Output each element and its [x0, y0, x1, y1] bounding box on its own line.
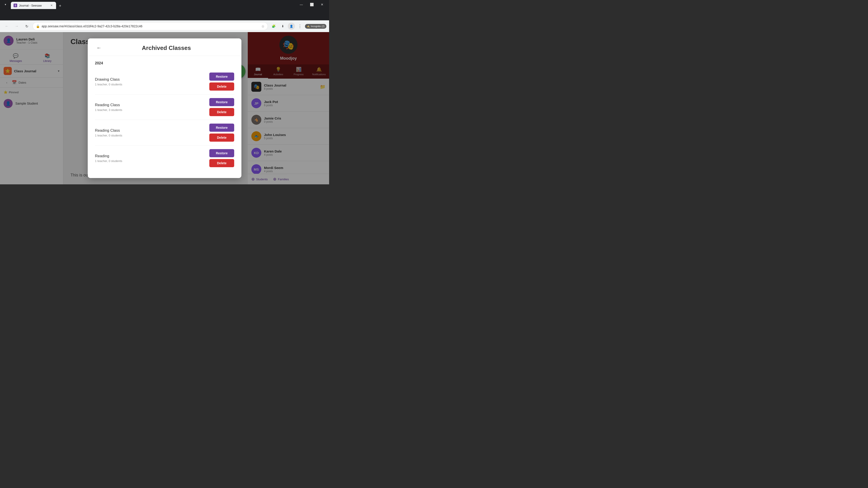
reading-class-1-delete-button[interactable]: Delete	[209, 108, 234, 116]
reading-info: Reading 1 teacher, 0 students	[95, 154, 209, 163]
page-content: 👤 Lauren Deli Teacher - 1 Class 💬 Messag…	[0, 32, 329, 184]
browser-chrome: ▾ S Journal - Seesaw ✕ + — ⬜ ✕	[0, 0, 329, 20]
reading-restore-button[interactable]: Restore	[209, 149, 234, 157]
close-button[interactable]: ✕	[317, 1, 327, 8]
address-bar[interactable]: 🔒 app.seesaw.me/#/class/class.e01bf4c2-9…	[33, 22, 268, 30]
list-item: Drawing Class 1 teacher, 0 students Rest…	[95, 69, 234, 94]
drawing-class-info: Drawing Class 1 teacher, 0 students	[95, 77, 209, 86]
profile-button[interactable]: 👤	[288, 23, 295, 30]
modal-overlay[interactable]: ← Archived Classes 2024 Drawing Class 1 …	[0, 32, 329, 184]
incognito-icon: 🕵	[307, 25, 310, 28]
download-button[interactable]: ⬇	[279, 22, 287, 30]
incognito-badge: 🕵 Incognito (2)	[305, 24, 327, 29]
archived-classes-modal: ← Archived Classes 2024 Drawing Class 1 …	[88, 38, 241, 178]
modal-title: Archived Classes	[107, 44, 234, 52]
maximize-button[interactable]: ⬜	[307, 1, 317, 8]
reading-details: 1 teacher, 0 students	[95, 159, 209, 163]
minimize-button[interactable]: —	[296, 1, 307, 8]
star-icon[interactable]: ☆	[261, 24, 265, 29]
nav-bar: ← → ↻ 🔒 app.seesaw.me/#/class/class.e01b…	[0, 20, 329, 32]
modal-body: 2024 Drawing Class 1 teacher, 0 students…	[88, 56, 241, 178]
back-button[interactable]: ←	[3, 22, 11, 30]
tab-bar: S Journal - Seesaw ✕ +	[11, 0, 294, 9]
reading-class-1-info: Reading Class 1 teacher, 3 students	[95, 103, 209, 111]
browser-titlebar: ▾ S Journal - Seesaw ✕ + — ⬜ ✕	[0, 0, 329, 9]
drawing-class-delete-button[interactable]: Delete	[209, 83, 234, 91]
refresh-button[interactable]: ↻	[23, 22, 31, 30]
reading-class-2-details: 1 teacher, 0 students	[95, 134, 209, 137]
extensions-button[interactable]: 🧩	[270, 22, 278, 30]
list-item: Reading 1 teacher, 0 students Restore De…	[95, 145, 234, 171]
reading-class-1-restore-button[interactable]: Restore	[209, 98, 234, 106]
reading-class-2-restore-button[interactable]: Restore	[209, 124, 234, 132]
url-text: app.seesaw.me/#/class/class.e01bf4c2-9a2…	[41, 24, 259, 28]
tab-expand-btn[interactable]: ▾	[2, 1, 9, 8]
tab-close-icon[interactable]: ✕	[50, 4, 53, 7]
list-item: Reading Class 1 teacher, 3 students Rest…	[95, 94, 234, 120]
active-tab[interactable]: S Journal - Seesaw ✕	[11, 2, 56, 9]
forward-button[interactable]: →	[13, 22, 21, 30]
modal-back-button[interactable]: ←	[95, 44, 103, 52]
drawing-class-restore-button[interactable]: Restore	[209, 72, 234, 80]
modal-header: ← Archived Classes	[88, 38, 241, 56]
reading-actions: Restore Delete	[209, 149, 234, 167]
lock-icon: 🔒	[36, 24, 40, 28]
new-tab-button[interactable]: +	[57, 3, 63, 9]
window-controls: — ⬜ ✕	[296, 1, 327, 8]
reading-class-2-actions: Restore Delete	[209, 124, 234, 142]
drawing-class-name: Drawing Class	[95, 77, 209, 82]
reading-class-1-actions: Restore Delete	[209, 98, 234, 116]
reading-name: Reading	[95, 154, 209, 158]
reading-class-1-name: Reading Class	[95, 103, 209, 107]
reading-class-2-name: Reading Class	[95, 128, 209, 133]
drawing-class-details: 1 teacher, 0 students	[95, 83, 209, 86]
tab-favicon: S	[13, 4, 17, 7]
drawing-class-actions: Restore Delete	[209, 72, 234, 91]
reading-class-2-delete-button[interactable]: Delete	[209, 133, 234, 142]
reading-class-2-info: Reading Class 1 teacher, 0 students	[95, 128, 209, 137]
list-item: Reading Class 1 teacher, 0 students Rest…	[95, 120, 234, 145]
menu-button[interactable]: ⋮	[296, 22, 304, 30]
reading-class-1-details: 1 teacher, 3 students	[95, 108, 209, 111]
year-label: 2024	[95, 61, 234, 65]
nav-icons: 🧩 ⬇ 👤 ⋮ 🕵 Incognito (2)	[270, 22, 327, 30]
reading-delete-button[interactable]: Delete	[209, 159, 234, 167]
tab-title: Journal - Seesaw	[19, 4, 48, 7]
